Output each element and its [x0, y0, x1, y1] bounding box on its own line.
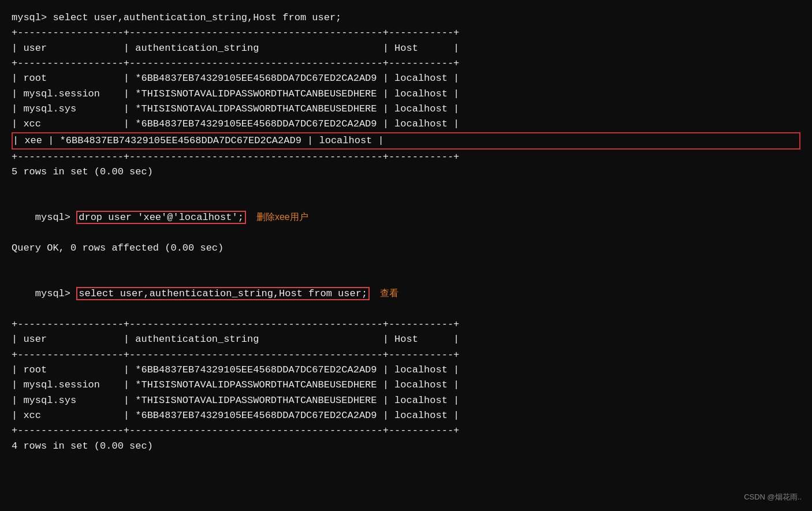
table-row: | mysql.session | *THISISNOTAVALIDPASSWO…	[12, 378, 800, 393]
separator-bot-1: +------------------+--------------------…	[12, 150, 800, 165]
drop-user-cmd: drop user 'xee'@'localhost';	[76, 211, 246, 224]
separator-mid-1: +------------------+--------------------…	[12, 56, 800, 71]
table-header-3: | user | authentication_string | Host |	[12, 332, 800, 347]
blank-1	[12, 180, 800, 195]
table-row: | root | *6BB4837EB74329105EE4568DDA7DC6…	[12, 363, 800, 378]
table-row: | root | *6BB4837EB74329105EE4568DDA7DC6…	[12, 71, 800, 86]
second-select-cmd: select user,authentication_string,Host f…	[76, 287, 370, 300]
prompt-prefix-2: mysql>	[35, 212, 76, 223]
separator-top-3: +------------------+--------------------…	[12, 317, 800, 332]
separator-mid-3: +------------------+--------------------…	[12, 348, 800, 363]
second-select-prompt-line: mysql> select user,authentication_string…	[12, 271, 800, 317]
table-row: | mysql.session | *THISISNOTAVALIDPASSWO…	[12, 87, 800, 102]
table-header-1: | user | authentication_string | Host |	[12, 41, 800, 56]
terminal: mysql> select user,authentication_string…	[12, 10, 800, 454]
table-row: | xcc | *6BB4837EB74329105EE4568DDA7DC67…	[12, 117, 800, 132]
second-select-comment: 查看	[380, 288, 398, 298]
drop-user-result: Query OK, 0 rows affected (0.00 sec)	[12, 241, 800, 256]
result-3: 4 rows in set (0.00 sec)	[12, 439, 800, 454]
table-row: | mysql.sys | *THISISNOTAVALIDPASSWORDTH…	[12, 102, 800, 117]
blank-2	[12, 256, 800, 271]
table-row: | xcc | *6BB4837EB74329105EE4568DDA7DC67…	[12, 408, 800, 423]
separator-bot-3: +------------------+--------------------…	[12, 423, 800, 438]
table-row: | mysql.sys | *THISISNOTAVALIDPASSWORDTH…	[12, 393, 800, 408]
first-select-prompt: mysql> select user,authentication_string…	[12, 10, 800, 25]
watermark: CSDN @烟花雨..	[744, 491, 802, 503]
prompt-prefix-3: mysql>	[35, 288, 76, 299]
xee-row-highlight: | xee | *6BB4837EB74329105EE4568DDA7DC67…	[12, 132, 800, 150]
drop-user-comment: 删除xee用户	[256, 212, 308, 222]
result-1: 5 rows in set (0.00 sec)	[12, 165, 800, 180]
separator-top-1: +------------------+--------------------…	[12, 25, 800, 40]
drop-user-prompt-line: mysql> drop user 'xee'@'localhost';删除xee…	[12, 195, 800, 241]
